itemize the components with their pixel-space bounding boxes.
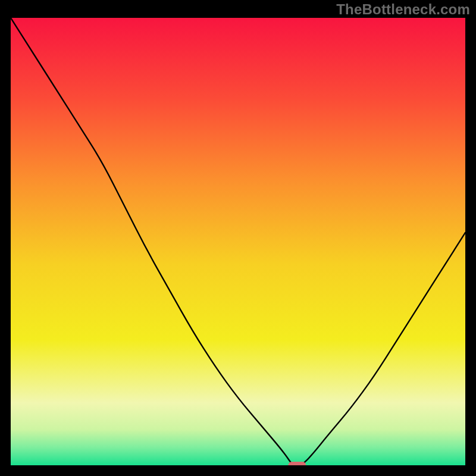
chart-frame: TheBottleneck.com xyxy=(0,0,476,476)
chart-markers xyxy=(288,462,306,465)
watermark-text: TheBottleneck.com xyxy=(336,1,470,18)
optimal-point xyxy=(288,462,306,465)
bottleneck-plot xyxy=(11,18,465,465)
